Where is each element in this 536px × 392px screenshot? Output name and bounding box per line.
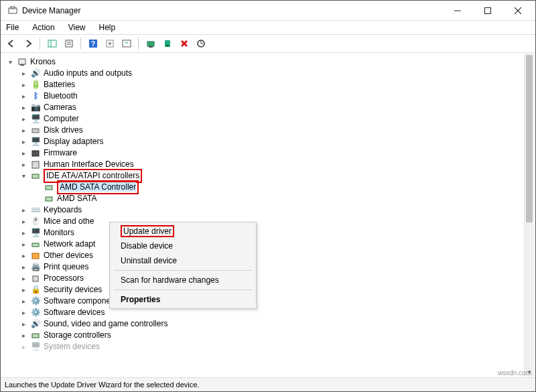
tree-item-storage-controllers[interactable]: ▸ Storage controllers	[6, 330, 535, 341]
chevron-right-icon[interactable]: ▸	[19, 241, 27, 249]
scan-button[interactable]	[194, 37, 208, 51]
tree-item-system-devices[interactable]: ▸ 🖥️ System devices	[6, 341, 535, 352]
tree-item-other[interactable]: ▸ Other devices	[6, 250, 535, 261]
firmware-icon	[30, 148, 41, 159]
svg-rect-24	[32, 129, 39, 133]
toolbar: ?	[1, 34, 535, 53]
tree-item-firmware[interactable]: ▸ Firmware	[6, 147, 535, 159]
cm-uninstall-device[interactable]: Uninstall device	[111, 253, 255, 268]
chevron-right-icon[interactable]: ▸	[19, 263, 27, 271]
disable-button[interactable]	[160, 37, 174, 51]
computer-icon: 🖥️	[30, 114, 41, 125]
tree-item-bluetooth[interactable]: ▸ ᛒ Bluetooth	[6, 90, 535, 102]
audio-icon: 🔊	[30, 68, 41, 79]
refresh-button[interactable]	[119, 37, 133, 51]
chevron-down-icon[interactable]: ▾	[6, 58, 14, 66]
tree-item-processors[interactable]: ▸ Processors	[6, 273, 535, 284]
tree-item-audio[interactable]: ▸ 🔊 Audio inputs and outputs	[6, 68, 535, 79]
window-controls	[442, 1, 533, 21]
svg-rect-26	[32, 161, 39, 168]
other-icon	[30, 251, 41, 261]
tree-root[interactable]: ▾ Kronos	[6, 56, 535, 68]
action-button[interactable]	[103, 37, 117, 51]
svg-rect-22	[19, 59, 25, 64]
context-menu: Update driver Disable device Uninstall d…	[109, 222, 257, 309]
chevron-right-icon[interactable]: ▸	[19, 332, 27, 340]
cm-update-driver[interactable]: Update driver	[111, 224, 255, 239]
audio-icon: 🔊	[30, 319, 41, 330]
update-driver-button[interactable]	[143, 37, 157, 51]
menubar: File Action View Help	[1, 21, 535, 34]
watermark: wsxdn.com	[498, 369, 531, 377]
minimize-button[interactable]	[442, 1, 472, 21]
tree-item-monitors[interactable]: ▸ 🖥️ Monitors	[6, 227, 535, 239]
menu-help[interactable]: Help	[98, 22, 117, 33]
properties-button[interactable]	[62, 37, 76, 51]
vertical-scrollbar[interactable]: ▴ ▾	[524, 54, 534, 377]
tree-item-software-devices[interactable]: ▸ ⚙️ Software devices	[6, 307, 535, 318]
cm-properties[interactable]: Properties	[111, 292, 255, 307]
cm-disable-device[interactable]: Disable device	[111, 239, 255, 253]
chevron-right-icon[interactable]: ▸	[19, 218, 27, 226]
svg-rect-6	[48, 40, 56, 47]
chevron-right-icon[interactable]: ▸	[19, 286, 27, 294]
svg-rect-25	[32, 151, 39, 156]
back-button[interactable]	[4, 37, 18, 51]
chevron-right-icon[interactable]: ▸	[19, 81, 27, 89]
tree-item-display-adapters[interactable]: ▸ 🖥️ Display adapters	[6, 136, 535, 147]
chevron-right-icon[interactable]: ▸	[19, 252, 27, 260]
cm-scan-hardware[interactable]: Scan for hardware changes	[111, 273, 255, 287]
tree-item-keyboards[interactable]: ▸ ⌨️ Keyboards	[6, 204, 535, 216]
tree-item-disk-drives[interactable]: ▸ Disk drives	[6, 125, 535, 136]
chevron-right-icon[interactable]: ▸	[19, 138, 27, 146]
tree-item-network[interactable]: ▸ Network adapt	[6, 239, 535, 250]
tree-item-sound-video-game[interactable]: ▸ 🔊 Sound, video and game controllers	[6, 318, 535, 330]
camera-icon: 📷	[30, 103, 41, 113]
tree-item-amd-sata-controller[interactable]: AMD SATA Controller	[6, 182, 535, 193]
maximize-button[interactable]	[472, 1, 503, 21]
cpu-icon	[30, 273, 41, 284]
chevron-right-icon[interactable]: ▸	[19, 275, 27, 283]
svg-rect-31	[32, 253, 39, 259]
chevron-right-icon[interactable]: ▸	[19, 70, 27, 78]
svg-text:?: ?	[90, 40, 94, 48]
chevron-right-icon[interactable]: ▸	[19, 92, 27, 101]
chevron-right-icon[interactable]: ▸	[19, 161, 27, 169]
bluetooth-icon: ᛒ	[30, 91, 41, 102]
chevron-right-icon[interactable]: ▸	[19, 149, 27, 157]
menu-action[interactable]: Action	[31, 22, 56, 33]
network-icon	[30, 239, 41, 250]
chevron-right-icon[interactable]: ▸	[19, 320, 27, 328]
chevron-right-icon[interactable]: ▸	[19, 104, 27, 112]
tree-item-mice[interactable]: ▸ 🖱️ Mice and othe	[6, 216, 535, 227]
tree-item-software-components[interactable]: ▸ ⚙️ Software components	[6, 296, 535, 307]
tree-item-batteries[interactable]: ▸ 🔋 Batteries	[6, 79, 535, 90]
uninstall-button[interactable]	[177, 37, 191, 51]
close-button[interactable]	[503, 1, 533, 21]
chevron-right-icon[interactable]: ▸	[19, 298, 27, 306]
chevron-right-icon[interactable]: ▸	[19, 309, 27, 317]
chevron-right-icon[interactable]: ▸	[19, 115, 27, 123]
chevron-right-icon[interactable]: ▸	[19, 127, 27, 135]
chevron-right-icon[interactable]: ▸	[19, 206, 27, 214]
menu-view[interactable]: View	[67, 22, 87, 33]
chevron-right-icon[interactable]: ▸	[19, 229, 27, 237]
tree-item-security[interactable]: ▸ 🔒 Security devices	[6, 284, 535, 296]
tree-item-cameras[interactable]: ▸ 📷 Cameras	[6, 102, 535, 113]
svg-rect-17	[149, 46, 153, 48]
svg-rect-1	[11, 7, 15, 9]
forward-button[interactable]	[21, 37, 35, 51]
chevron-down-icon[interactable]: ▾	[19, 172, 27, 180]
scroll-thumb[interactable]	[526, 55, 533, 222]
chevron-right-icon[interactable]: ▸	[19, 343, 27, 351]
tree-item-computer[interactable]: ▸ 🖥️ Computer	[6, 113, 535, 125]
menu-file[interactable]: File	[5, 22, 20, 33]
tree-item-print-queues[interactable]: ▸ 🖨️ Print queues	[6, 261, 535, 273]
computer-icon	[17, 57, 27, 68]
help-button[interactable]: ?	[86, 37, 100, 51]
ide-icon	[30, 171, 41, 182]
hid-icon	[30, 159, 41, 170]
tree-item-amd-sata[interactable]: AMD SATA	[6, 193, 535, 204]
device-tree[interactable]: ▾ Kronos ▸ 🔊 Audio inputs and outputs ▸ …	[1, 54, 535, 355]
show-hide-tree-button[interactable]	[45, 37, 59, 51]
